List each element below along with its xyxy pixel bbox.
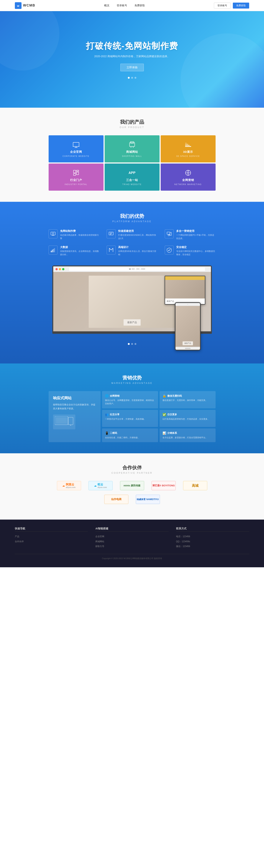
advantage-title: 我们的优势 bbox=[15, 213, 249, 219]
dot-1[interactable] bbox=[128, 77, 130, 79]
mockup-dot-3[interactable] bbox=[134, 343, 136, 345]
mkt-card-4: 📱 二维码 全自动生成，扫描二维码，方便快捷。 bbox=[102, 428, 158, 442]
advantage-item-1: 快速搭建使用 打通百度加快SEO/SEM工具，网站制作快达1天 bbox=[107, 229, 157, 240]
product-label-triad: 三合一站 bbox=[126, 178, 138, 182]
product-label-shopping: 商城网站 bbox=[126, 150, 138, 154]
products-title: 我们的产品 bbox=[15, 119, 249, 125]
advantage-desc-2: 一个网站同时适配PC+平板+手机，完美适应品质。 bbox=[176, 234, 216, 240]
mkt-title-5: 📊 分销体系 bbox=[163, 431, 212, 435]
partner-gaocheng[interactable]: 高城 bbox=[183, 481, 207, 490]
mkt-desc-1: 微信直接打开，无需扫码，操作简单，功能完美。 bbox=[163, 399, 212, 402]
product-en-marketing: NETWORK MARKETING bbox=[174, 183, 202, 185]
dot-3[interactable] bbox=[134, 77, 136, 79]
mkt-icon-5: 📊 bbox=[163, 431, 166, 435]
mkt-title-2: 👥 社交分享 bbox=[105, 413, 155, 416]
svg-rect-30 bbox=[51, 251, 52, 252]
advantage-desc-3: 采集更新相关资讯、企业商情信息，实现数据分析... bbox=[60, 250, 99, 256]
svg-point-40 bbox=[70, 425, 71, 426]
mockup-dot-1[interactable] bbox=[128, 343, 130, 345]
product-card-3d[interactable]: 3D展示 3D SPACE SERVICE bbox=[161, 135, 216, 162]
logo-text: WCMB bbox=[23, 3, 35, 7]
partner-xianzuo[interactable]: 仙作电商 bbox=[104, 495, 128, 504]
partner-aliyun[interactable]: ☁ 阿里云aliyun.com bbox=[57, 481, 81, 490]
login-button[interactable]: 登录账号 bbox=[214, 3, 231, 8]
mkt-card-2: 👥 社交分享 一种形式全平台分享，方便快捷，高效准确。 bbox=[102, 410, 158, 427]
header: W WCMB 概况 登录账号 免费获取 登录账号 免费获取 bbox=[0, 0, 264, 11]
svg-rect-10 bbox=[185, 146, 191, 147]
mkt-icon-1: 🔓 bbox=[163, 394, 166, 398]
mkt-title-1: 🔓 微信无需扫码 bbox=[163, 394, 212, 398]
marketing-title: 营销优势 bbox=[15, 375, 249, 381]
svg-point-21 bbox=[52, 233, 54, 234]
mkt-icon-2: 👥 bbox=[105, 413, 109, 416]
svg-rect-27 bbox=[167, 232, 170, 234]
product-icon-portal bbox=[72, 169, 80, 177]
product-card-shopping[interactable]: 商城网站 SHOPPING MALL bbox=[105, 135, 160, 162]
svg-rect-31 bbox=[52, 250, 53, 252]
free-button[interactable]: 免费获取 bbox=[233, 3, 249, 8]
partner-boyitong[interactable]: 博艺通® BOYITONG bbox=[152, 481, 176, 490]
footer-link-corporate[interactable]: 企业官网 bbox=[95, 535, 168, 538]
header-buttons: 登录账号 免费获取 bbox=[214, 3, 249, 8]
mkt-desc-2: 一种形式全平台分享，方便快捷，高效准确。 bbox=[105, 417, 155, 421]
mkt-title-4: 📱 二维码 bbox=[105, 431, 155, 435]
svg-rect-12 bbox=[185, 144, 188, 145]
svg-rect-14 bbox=[73, 170, 76, 173]
product-card-corporate[interactable]: 企业官网 CORPORATE WEBSITE bbox=[48, 135, 103, 162]
advantage-title-0: 免网站制作费 bbox=[60, 229, 99, 233]
advantage-title-4: 高端设计 bbox=[118, 246, 157, 249]
advantage-title-5: 安全稳定 bbox=[176, 246, 216, 249]
hero-cta-button[interactable]: 立即体验 bbox=[121, 64, 144, 71]
hero-subtitle: 2020-2022 商铺网站年内制作价格，万家网站品牌建设新的选择。 bbox=[94, 55, 170, 58]
product-label-3d: 3D展示 bbox=[183, 150, 193, 154]
partner-wangji[interactable]: ☁ 旺云diyun.com bbox=[89, 481, 112, 490]
partner-mintin[interactable]: minto 麦田传媒 bbox=[120, 481, 144, 490]
mkt-icon-3: ✅ bbox=[163, 413, 166, 416]
dot-2[interactable] bbox=[131, 77, 133, 79]
advantage-text-3: 大数据 采集更新相关资讯、企业商情信息，实现数据分析... bbox=[60, 246, 99, 256]
product-icon-3d bbox=[184, 141, 192, 149]
hero-title: 打破传统-免网站制作费 bbox=[86, 40, 178, 52]
mockup-product-label: 最新产品 bbox=[124, 319, 141, 326]
marketing-grid: 响应式网站 能帮助您完整企业全方位的形象宣传、并提高大量有效客户资源。 🌐 全网 bbox=[48, 391, 216, 442]
footer-col-contact: 联系方式 电话：123456 QQ：123456c 微信：123456 bbox=[176, 527, 249, 549]
advantage-item-0: 免网站制作费 动态展示商品效果，快速助推全程营销新引擎 bbox=[48, 229, 99, 240]
marketing-section: 营销优势 MARKETING ADVANTAGE 响应式网站 能帮助您完整企业全… bbox=[0, 364, 264, 453]
svg-line-35 bbox=[111, 248, 113, 250]
partners-subtitle: COOPERATIVE PARTNER bbox=[15, 472, 249, 474]
footer-link-products[interactable]: 产品 bbox=[15, 535, 88, 538]
product-icon-shopping bbox=[128, 141, 136, 149]
nav-free[interactable]: 免费获取 bbox=[134, 4, 145, 7]
mkt-title-3: ✅ 仅仅更多 bbox=[163, 413, 212, 416]
partner-nawei[interactable]: 纳威体育 NAWEITIYU bbox=[136, 495, 160, 504]
nav-login[interactable]: 登录账号 bbox=[117, 4, 127, 7]
advantage-text-4: 高端设计 全网优质500名专业人员，联合方案倾力营销 bbox=[118, 246, 157, 256]
product-card-portal[interactable]: 行业门户 INDUSTRY PORTAL bbox=[48, 163, 103, 191]
svg-rect-16 bbox=[76, 172, 79, 175]
svg-rect-13 bbox=[185, 143, 187, 144]
marketing-sub-grid: 🌐 全网营销 微信公众号、全网覆盖营销，百度搜索营销，精准到达目标用户。 🔓 微… bbox=[102, 391, 216, 442]
product-icon-triad: APP bbox=[128, 169, 136, 177]
products-grid: 企业官网 CORPORATE WEBSITE 商城网站 SHOPPING MAL… bbox=[48, 135, 216, 191]
product-en-3d: 3D SPACE SERVICE bbox=[176, 155, 200, 157]
main-nav: 概况 登录账号 免费获取 bbox=[104, 4, 145, 7]
footer-col-ai-title: AI智能搭建 bbox=[95, 527, 168, 532]
footer-link-shopping[interactable]: 商城网站 bbox=[95, 539, 168, 543]
product-icon-marketing bbox=[184, 169, 192, 177]
product-card-triad[interactable]: APP 三合一站 TRIAD WEBSITE bbox=[105, 163, 160, 191]
mockup-dot-2[interactable] bbox=[131, 343, 133, 345]
product-label-marketing: 全网营销 bbox=[182, 178, 194, 182]
advantage-title-2: 多合一营销使用 bbox=[176, 229, 216, 233]
footer-col-nav-title: 快速导航 bbox=[15, 527, 88, 532]
advantage-icon-0 bbox=[48, 229, 58, 238]
svg-rect-28 bbox=[168, 235, 170, 236]
svg-point-8 bbox=[131, 147, 131, 148]
svg-rect-17 bbox=[73, 174, 76, 176]
svg-rect-29 bbox=[170, 232, 171, 236]
footer-link-guide[interactable]: 获取引导 bbox=[95, 545, 168, 548]
footer-link-partners[interactable]: 合作伙伴 bbox=[15, 539, 88, 543]
nav-overview[interactable]: 概况 bbox=[104, 4, 109, 7]
advantage-item-4: 高端设计 全网优质500名专业人员，联合方案倾力营销 bbox=[107, 246, 157, 256]
product-card-marketing[interactable]: 全网营销 NETWORK MARKETING bbox=[161, 163, 216, 191]
logo: W WCMB bbox=[15, 2, 35, 9]
